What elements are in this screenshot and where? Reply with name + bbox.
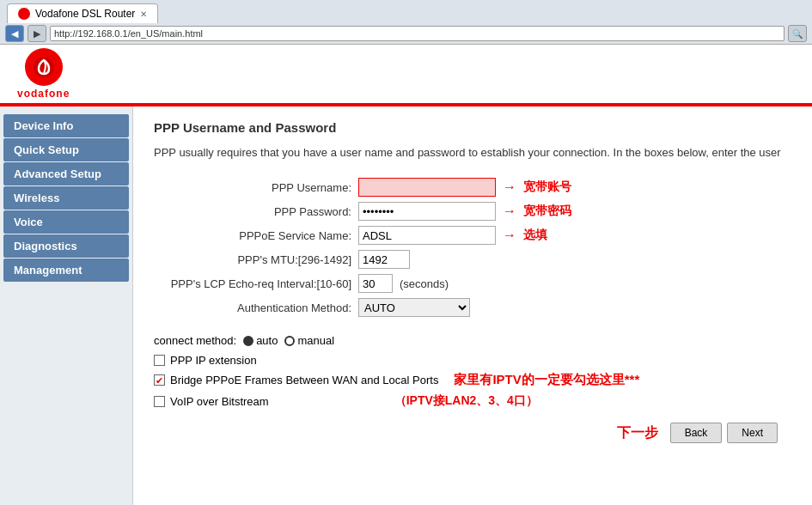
page-title: PPP Username and Password — [154, 120, 791, 135]
mtu-input[interactable] — [358, 250, 410, 269]
ppp-ip-checkbox[interactable] — [154, 355, 165, 366]
sidebar-item-advanced-setup[interactable]: Advanced Setup — [3, 162, 129, 186]
bridge-pppoe-checkbox[interactable]: ✔ — [154, 374, 165, 386]
voip-label: VoIP over Bitstream — [170, 395, 269, 408]
search-button[interactable]: 🔍 — [788, 25, 807, 42]
auto-label: auto — [256, 334, 278, 347]
manual-radio-empty — [284, 336, 295, 346]
service-annotation: 选填 — [523, 228, 547, 243]
back-button[interactable]: ◀ — [5, 25, 24, 42]
forward-button[interactable]: ▶ — [27, 25, 46, 42]
password-input[interactable] — [358, 202, 496, 221]
auth-label: Authentication Method: — [154, 301, 351, 314]
auto-radio-selected — [243, 336, 253, 346]
mtu-row: PPP's MTU:[296-1492] — [154, 250, 791, 269]
username-row: PPP Username: → 宽带账号 — [154, 178, 791, 197]
auth-select[interactable]: AUTO PAP CHAP MSCHAP — [358, 298, 470, 317]
tab-title: Vodafone DSL Router — [35, 8, 135, 20]
service-row: PPPoE Service Name: → 选填 — [154, 226, 791, 245]
manual-radio-label[interactable]: manual — [284, 334, 334, 347]
interval-row: PPP's LCP Echo-req Interval:[10-60] (sec… — [154, 274, 791, 293]
ppp-ip-row: PPP IP extension — [154, 354, 791, 367]
tab-close-btn[interactable]: ✕ — [140, 9, 147, 19]
sidebar: Device Info Quick Setup Advanced Setup W… — [0, 106, 133, 505]
content-area: PPP Username and Password PPP usually re… — [133, 106, 812, 505]
nextstep-annotation: 下一步 — [617, 424, 658, 442]
password-annotation: 宽带密码 — [523, 204, 571, 219]
address-bar[interactable]: http://192.168.0.1/en_US/main.html — [50, 26, 785, 41]
bridge-annotation-line2: （IPTV接LAN2、3、4口） — [394, 393, 538, 409]
header: vodafone — [0, 45, 812, 106]
manual-label: manual — [297, 334, 334, 347]
voip-row: VoIP over Bitstream （IPTV接LAN2、3、4口） — [154, 393, 791, 409]
password-row: PPP Password: → 宽带密码 — [154, 202, 791, 221]
mtu-label: PPP's MTU:[296-1492] — [154, 253, 351, 266]
browser-toolbar: ◀ ▶ http://192.168.0.1/en_US/main.html 🔍 — [0, 23, 812, 44]
password-label: PPP Password: — [154, 205, 351, 218]
logo-text: vodafone — [17, 88, 70, 100]
password-arrow: → — [503, 204, 516, 219]
auth-row: Authentication Method: AUTO PAP CHAP MSC… — [154, 298, 791, 317]
bottom-bar: 下一步 Back Next — [154, 416, 791, 450]
active-tab[interactable]: Vodafone DSL Router ✕ — [7, 3, 158, 23]
username-label: PPP Username: — [154, 181, 351, 194]
sidebar-item-wireless[interactable]: Wireless — [3, 186, 129, 210]
voip-checkbox[interactable] — [154, 396, 165, 407]
tab-favicon — [18, 8, 30, 20]
browser-tabs: Vodafone DSL Router ✕ — [0, 0, 812, 23]
service-label: PPPoE Service Name: — [154, 229, 351, 242]
connect-method-row: connect method: auto manual — [154, 334, 791, 347]
ppp-ip-label: PPP IP extension — [170, 354, 257, 367]
address-text: http://192.168.0.1/en_US/main.html — [54, 28, 203, 39]
auto-radio-label[interactable]: auto — [243, 334, 278, 347]
logo-circle — [25, 48, 63, 86]
next-button[interactable]: Next — [727, 423, 778, 443]
service-arrow: → — [503, 228, 516, 243]
sidebar-item-voice[interactable]: Voice — [3, 210, 129, 234]
sidebar-item-diagnostics[interactable]: Diagnostics — [3, 234, 129, 258]
connect-method-label: connect method: — [154, 334, 236, 347]
sidebar-item-device-info[interactable]: Device Info — [3, 114, 129, 137]
bridge-pppoe-row: ✔ Bridge PPPoE Frames Between WAN and Lo… — [154, 372, 791, 388]
seconds-label: (seconds) — [400, 277, 449, 290]
service-input[interactable] — [358, 226, 496, 245]
username-arrow: → — [503, 179, 516, 195]
ppp-form: PPP Username: → 宽带账号 PPP Password: → 宽带密… — [154, 178, 791, 317]
back-button[interactable]: Back — [670, 423, 723, 443]
sidebar-item-quick-setup[interactable]: Quick Setup — [3, 138, 129, 161]
router-ui: vodafone Device Info Quick Setup Advance… — [0, 45, 812, 505]
bridge-pppoe-label: Bridge PPPoE Frames Between WAN and Loca… — [170, 374, 438, 386]
interval-label: PPP's LCP Echo-req Interval:[10-60] — [154, 277, 351, 290]
browser-chrome: Vodafone DSL Router ✕ ◀ ▶ http://192.168… — [0, 0, 812, 45]
username-input[interactable] — [358, 178, 496, 197]
bridge-annotation-line1: 家里有IPTV的一定要勾选这里*** — [454, 372, 639, 388]
vodafone-logo: vodafone — [17, 48, 70, 100]
username-annotation: 宽带账号 — [523, 179, 571, 195]
interval-input[interactable] — [358, 274, 393, 293]
connect-section: connect method: auto manual PPP IP exten… — [154, 334, 791, 409]
page-description: PPP usually requires that you have a use… — [154, 145, 791, 161]
main-layout: Device Info Quick Setup Advanced Setup W… — [0, 106, 812, 505]
sidebar-item-management[interactable]: Management — [3, 259, 129, 282]
